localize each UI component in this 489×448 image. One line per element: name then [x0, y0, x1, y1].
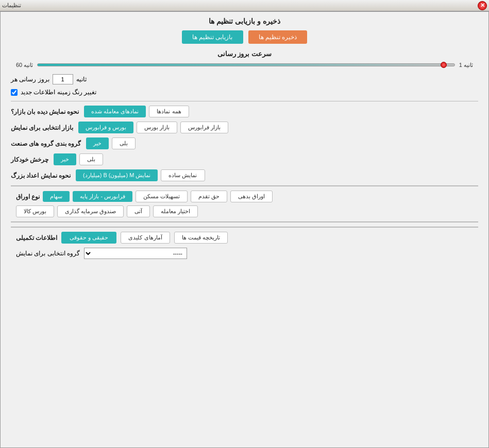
securities-row-1: اوراق بدهی حق تقدم تسهیلات مسکن فرابورس …: [16, 191, 473, 202]
slider-row: ثانیه 1 ثانیه 60: [11, 61, 478, 69]
info-section: تاریخچه قیمت ها آمارهای کلیدی حقیقی و حق…: [11, 227, 478, 263]
display-seen-row: همه نمادها نمادهای معامله شده نحوه نمایش…: [11, 106, 478, 117]
restore-button[interactable]: بازیابی تنظیم ها: [182, 30, 243, 44]
market-select-label: بازار انتخابی برای نمایش: [11, 124, 73, 131]
display-traded-button[interactable]: نمادهای معامله شده: [84, 106, 146, 117]
group-select-row: ----- گروه انتخابی برای نمایش: [16, 248, 473, 259]
display-seen-buttons: همه نمادها نمادهای معامله شده: [84, 106, 189, 117]
sec-hagh-button[interactable]: حق تقدم: [191, 191, 227, 202]
display-simple-button[interactable]: نمایش ساده: [161, 169, 205, 181]
market-borsboucher-button[interactable]: بورس و فرابورس: [78, 122, 133, 133]
display-seen-label: نحوه نمایش دیده بان بازار؟: [11, 108, 79, 115]
close-icon: ✕: [480, 2, 485, 9]
close-button[interactable]: ✕: [478, 1, 487, 10]
refresh-value-input[interactable]: [53, 74, 73, 84]
refresh-every-label: بروز رسانی هر: [11, 76, 49, 83]
divider-1: [11, 101, 478, 101]
sec-tas-button[interactable]: تسهیلات مسکن: [136, 191, 188, 202]
group-select-dropdown[interactable]: -----: [84, 248, 187, 259]
securities-row-2: اختیار معامله آتی صندوق سرمایه گذاری بور…: [16, 205, 473, 217]
large-numbers-label: نحوه نمایش اعداد بزرگ: [11, 172, 71, 179]
refresh-every-row: ثانیه بروز رسانی هر: [11, 74, 478, 84]
auto-scroll-buttons: بلی خیر: [54, 153, 103, 165]
change-bg-checkbox[interactable]: [11, 89, 18, 96]
securities-label: نوع اوراق: [16, 193, 40, 200]
large-numbers-row: نمایش ساده نمایش M (میلیون) B (میلیارد) …: [11, 169, 478, 181]
additional-info-label: اطلاعات تکمیلی: [16, 234, 57, 242]
sec-oraqi-button[interactable]: اوراق بدهی: [230, 191, 273, 202]
group-industry-yes-button[interactable]: بلی: [112, 137, 136, 149]
market-fara-button[interactable]: بازار فرابورس: [180, 122, 228, 133]
save-button[interactable]: ذخیره تنظیم ها: [248, 30, 308, 44]
sec-sehm-button[interactable]: سهام: [43, 191, 70, 202]
refresh-speed-title: سرعت بروز رسانی: [11, 50, 478, 58]
info-tarikh-button[interactable]: تاریخچه قیمت ها: [174, 232, 228, 244]
sec-fara-base-button[interactable]: فرابورس - بازار پایه: [73, 191, 132, 202]
content-area: ذخیره و بازیابی تنظیم ها ذخیره تنظیم ها …: [1, 12, 488, 447]
title-bar-right: تنظیمات: [2, 2, 21, 9]
market-bors-button[interactable]: بازار بورس: [137, 122, 177, 133]
auto-scroll-no-button[interactable]: خیر: [54, 153, 76, 165]
group-industry-label: گروه بندی گروه های صنعت: [11, 140, 81, 147]
refresh-unit-label: ثانیه: [76, 76, 87, 83]
group-industry-row: بلی خیر گروه بندی گروه های صنعت: [11, 137, 478, 149]
auto-scroll-row: بلی خیر چرخش خودکار: [11, 153, 478, 165]
display-all-button[interactable]: همه نمادها: [149, 106, 189, 117]
info-row: تاریخچه قیمت ها آمارهای کلیدی حقیقی و حق…: [16, 232, 473, 244]
display-mb-button[interactable]: نمایش M (میلیون) B (میلیارد): [76, 169, 158, 181]
group-industry-buttons: بلی خیر: [86, 137, 136, 149]
sec-ati-button[interactable]: آتی: [127, 205, 150, 217]
change-bg-row: تغییر رنگ زمینه اطلاعات جدید: [11, 89, 478, 96]
group-industry-no-button[interactable]: خیر: [86, 137, 109, 149]
title-bar: ✕ تنظیمات: [0, 0, 489, 11]
slider-track: [37, 63, 455, 66]
sec-ikhtiar-button[interactable]: اختیار معامله: [153, 205, 198, 217]
change-bg-label: تغییر رنگ زمینه اطلاعات جدید: [21, 89, 96, 96]
slider-max-label: ثانیه 1: [459, 62, 473, 68]
large-numbers-buttons: نمایش ساده نمایش M (میلیون) B (میلیارد): [76, 169, 205, 181]
slider-thumb[interactable]: [441, 62, 447, 68]
info-amari-button[interactable]: آمارهای کلیدی: [121, 232, 170, 244]
group-select-label: گروه انتخابی برای نمایش: [16, 250, 80, 257]
slider-container[interactable]: [37, 61, 455, 69]
info-haghiqi-button[interactable]: حقیقی و حقوقی: [61, 232, 116, 244]
securities-section: اوراق بدهی حق تقدم تسهیلات مسکن فرابورس …: [11, 185, 478, 222]
main-window: ذخیره و بازیابی تنظیم ها ذخیره تنظیم ها …: [0, 11, 489, 448]
sec-sandoq-button[interactable]: صندوق سرمایه گذاری: [57, 205, 124, 217]
auto-scroll-yes-button[interactable]: بلی: [79, 153, 103, 165]
save-restore-row: ذخیره تنظیم ها بازیابی تنظیم ها: [11, 30, 478, 44]
settings-label: تنظیمات: [2, 2, 21, 9]
market-select-buttons: بازار فرابورس بازار بورس بورس و فرابورس: [78, 122, 228, 133]
market-select-row: بازار فرابورس بازار بورس بورس و فرابورس …: [11, 122, 478, 133]
auto-scroll-label: چرخش خودکار: [11, 156, 48, 163]
page-title: ذخیره و بازیابی تنظیم ها: [11, 17, 478, 25]
slider-min-label: ثانیه 60: [16, 62, 33, 68]
sec-bors-kala-button[interactable]: بورس کالا: [16, 205, 54, 217]
